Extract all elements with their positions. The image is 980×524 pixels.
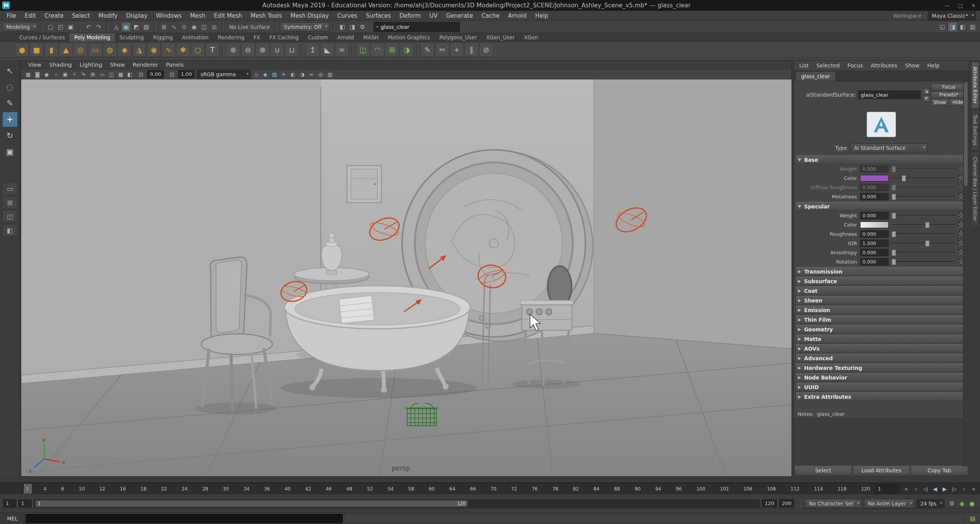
mirror-icon[interactable]: ◫	[356, 43, 370, 57]
lock-camera-icon[interactable]: ◙	[33, 70, 42, 79]
attribute-slider[interactable]	[892, 258, 955, 265]
playback-start-field[interactable]: 1	[19, 499, 32, 507]
slider-handle[interactable]	[902, 175, 906, 181]
four-pane-layout-button[interactable]: ⊞	[2, 196, 18, 209]
timeline-tick[interactable]: 48	[347, 486, 352, 492]
quad-draw-icon[interactable]: ✎	[421, 43, 434, 57]
timeline-tick[interactable]: 78	[552, 486, 558, 492]
timeline-tick[interactable]: 90	[635, 486, 640, 492]
scale-tool[interactable]: ▣	[2, 144, 18, 160]
range-end-handle[interactable]: 120	[457, 501, 466, 506]
timeline-tick[interactable]: 76	[532, 486, 537, 492]
attribute-slider[interactable]	[892, 184, 955, 191]
timeline-tick[interactable]: 58	[408, 486, 414, 492]
symmetry-dropdown[interactable]: Symmetry: Off	[280, 22, 330, 32]
channel-box-toggle-icon[interactable]: ▥	[968, 22, 978, 32]
poly-cone-icon[interactable]: ▲	[59, 43, 73, 57]
make-live-icon[interactable]: ◎	[209, 22, 219, 32]
anim-layer-dropdown[interactable]: No Anim Layer	[864, 499, 914, 508]
selection-input-field[interactable]: ▾ glass_clear	[374, 22, 460, 32]
section-aovs[interactable]: ▶AOVs	[795, 344, 967, 353]
section-emission[interactable]: ▶Emission	[795, 306, 967, 314]
play-forwards-button[interactable]: ▶	[940, 484, 950, 494]
timeline-tick[interactable]: 64	[450, 486, 455, 492]
smooth-icon[interactable]: ◠	[370, 43, 384, 57]
timeline-tick[interactable]: 10	[79, 486, 84, 492]
section-hardware-texturing[interactable]: ▶Hardware Texturing	[795, 363, 967, 372]
wall-left[interactable]	[21, 79, 321, 383]
show-button[interactable]: Show	[931, 99, 948, 106]
bridge-icon[interactable]: ≍	[335, 43, 349, 57]
timeline-tick[interactable]: 18	[141, 486, 146, 492]
fps-dropdown[interactable]: 24 fps	[916, 499, 945, 508]
textured-icon[interactable]: ▧	[270, 70, 279, 79]
animation-start-field[interactable]: 1	[3, 499, 16, 507]
timeline-tick[interactable]: 12	[99, 486, 105, 492]
menu-select[interactable]: Select	[68, 12, 94, 19]
single-pane-layout-button[interactable]: ▭	[2, 183, 18, 195]
attribute-value-field[interactable]: 0.000	[860, 165, 889, 173]
ae-menu-list[interactable]: List	[795, 62, 812, 69]
timeline-tick[interactable]: 106	[744, 486, 753, 492]
timeline-tick[interactable]: 66	[470, 486, 476, 492]
cached-playback-toggle-icon[interactable]: ◉	[957, 499, 967, 509]
ae-menu-focus[interactable]: Focus	[844, 62, 867, 69]
minimize-button[interactable]: —	[941, 0, 954, 10]
snap-to-projected-center-icon[interactable]: ◉	[189, 22, 199, 32]
poly-pyramid-icon[interactable]: ◮	[132, 43, 146, 57]
bevel-icon[interactable]: ◣	[320, 43, 334, 57]
snap-to-view-plane-icon[interactable]: ◫	[199, 22, 209, 32]
poly-gear-icon[interactable]: ✱	[176, 43, 190, 57]
gamma-field[interactable]: 1.00	[178, 70, 195, 78]
character-set-dropdown[interactable]: No Character Set	[805, 499, 862, 508]
load-attributes-button[interactable]: Load Attributes	[853, 465, 910, 475]
scene-3d-view[interactable]: x y z persp	[21, 79, 791, 476]
timeline-tick[interactable]: 102	[720, 486, 729, 492]
exposure-icon[interactable]: ⊡	[136, 70, 146, 79]
attribute-editor-scrollbar[interactable]	[963, 81, 968, 467]
timeline-tick[interactable]: 88	[614, 486, 620, 492]
material-type-dropdown[interactable]: Ai Standard Surface	[850, 143, 928, 153]
animation-end-field[interactable]: 200	[779, 499, 794, 507]
title-bar[interactable]: M Autodesk Maya 2019 - Educational Versi…	[0, 0, 980, 11]
range-slider-bar[interactable]: 1 120	[36, 500, 467, 507]
shelf-tab-animation[interactable]: Animation	[177, 33, 213, 42]
attribute-value-field[interactable]: 0.000	[860, 258, 889, 265]
timeline-tick[interactable]: 34	[244, 486, 249, 492]
boolean-intersection-icon[interactable]: ⊗	[256, 43, 269, 57]
separate-icon[interactable]: ⊔	[285, 43, 299, 57]
multi-cut-icon[interactable]: ✂	[435, 43, 449, 57]
sidebar-tab-channel-box-layer-editor[interactable]: Channel Box / Layer Editor	[971, 152, 979, 226]
attribute-slider[interactable]	[892, 230, 955, 237]
slider-handle[interactable]	[892, 259, 896, 265]
shelf-tab-fx[interactable]: FX	[249, 33, 265, 42]
viewport-menu-view[interactable]: View	[24, 62, 45, 68]
slider-handle[interactable]	[892, 194, 896, 200]
timeline-tick[interactable]: 96	[676, 486, 682, 492]
menu-generate[interactable]: Generate	[442, 12, 477, 19]
menu-cache[interactable]: Cache	[477, 12, 504, 19]
menu-set-dropdown[interactable]: Modeling	[2, 22, 38, 32]
gamma-icon[interactable]: ⊡	[167, 70, 177, 79]
timeline-tick[interactable]: 112	[791, 486, 800, 492]
timeline-tick[interactable]: 6	[61, 486, 64, 492]
timeline-tick[interactable]: 118	[838, 486, 847, 492]
image-plane-icon[interactable]: ▣	[61, 70, 70, 79]
menu-create[interactable]: Create	[40, 12, 68, 19]
section-transmission[interactable]: ▶Transmission	[795, 267, 967, 276]
viewport-menu-renderer[interactable]: Renderer	[129, 62, 162, 68]
new-scene-icon[interactable]: ▢	[45, 22, 56, 32]
section-specular[interactable]: ▼Specular	[795, 202, 967, 211]
timeline-tick[interactable]: 60	[429, 486, 434, 492]
shelf-tab-mash[interactable]: MASH	[359, 33, 383, 42]
swatch-small-icon[interactable]: ◪	[923, 88, 930, 94]
menu-windows[interactable]: Windows	[152, 12, 186, 19]
poly-disc-icon[interactable]: ◍	[103, 43, 117, 57]
menu-display[interactable]: Display	[122, 12, 152, 19]
boolean-difference-icon[interactable]: ⊖	[241, 43, 255, 57]
2d-pan-zoom-icon[interactable]: ⌗	[70, 70, 79, 79]
shelf-tab-curves-surfaces[interactable]: Curves / Surfaces	[15, 33, 69, 42]
shelf-tab-xgen-user[interactable]: XGen_User	[482, 33, 519, 42]
poly-plane-icon[interactable]: ▭	[88, 43, 102, 57]
type-tool-icon[interactable]: T	[205, 43, 219, 57]
